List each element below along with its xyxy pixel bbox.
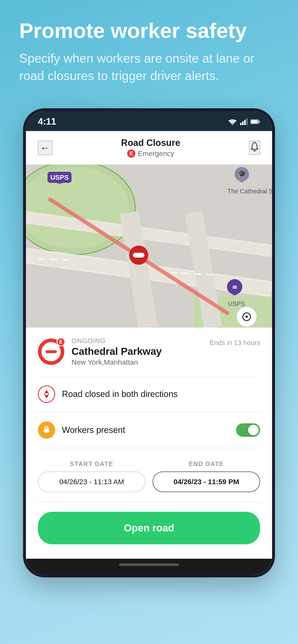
- incident-e-badge: E: [57, 338, 65, 346]
- svg-rect-4: [246, 118, 248, 125]
- map-svg: USPS 🎓 The Cathedral S ✉: [26, 164, 272, 328]
- svg-rect-39: [43, 430, 50, 432]
- direction-arrows-icon: [44, 390, 49, 398]
- direction-icon: [38, 386, 55, 403]
- incident-info: ONGOING Cathedral Parkway New York,Manha…: [72, 337, 203, 366]
- svg-text:The Cathedral S: The Cathedral S: [227, 188, 272, 195]
- start-date-label: START DATE: [70, 460, 113, 468]
- helmet-icon: [41, 425, 52, 435]
- signal-icon: [240, 118, 248, 125]
- worker-icon: [38, 422, 55, 439]
- svg-rect-7: [259, 121, 260, 123]
- workers-row: Workers present: [26, 412, 272, 448]
- toggle-knob: [248, 425, 259, 435]
- status-icons: [228, 118, 260, 125]
- arrow-up-icon: [45, 390, 49, 393]
- incident-status: ONGOING: [72, 337, 203, 345]
- svg-rect-23: [133, 253, 144, 258]
- nav-title-area: Road Closure E Emergency: [121, 138, 180, 158]
- svg-rect-1: [240, 123, 241, 125]
- end-date-button[interactable]: 04/26/23 - 11:59 PM: [153, 472, 260, 492]
- svg-text:✉: ✉: [232, 284, 237, 290]
- nav-title: Road Closure: [121, 138, 180, 148]
- status-time: 4:11: [38, 116, 56, 127]
- bell-icon: [249, 141, 260, 152]
- incident-icon: E: [38, 338, 64, 365]
- wifi-icon: [228, 118, 237, 125]
- map-area[interactable]: USPS 🎓 The Cathedral S ✉: [26, 164, 272, 328]
- end-date-label: END DATE: [189, 460, 224, 468]
- svg-point-0: [232, 124, 233, 125]
- phone-frame-wrapper: 4:11: [0, 94, 298, 578]
- svg-text:🎓: 🎓: [238, 170, 246, 178]
- dates-section: START DATE 04/26/23 - 11:13 AM END DATE …: [26, 448, 272, 502]
- workers-text: Workers present: [62, 425, 229, 435]
- page-header: Promote worker safety Specify when worke…: [0, 0, 298, 94]
- svg-point-40: [46, 427, 47, 429]
- home-bar: [119, 564, 179, 566]
- arrow-down-icon: [45, 395, 49, 398]
- content-area: E ONGOING Cathedral Parkway New York,Man…: [26, 328, 272, 574]
- page-title: Promote worker safety: [19, 19, 279, 42]
- workers-toggle[interactable]: [236, 423, 260, 437]
- svg-rect-3: [244, 120, 246, 125]
- battery-icon: [250, 119, 260, 124]
- incident-location: New York,Manhattan: [72, 358, 203, 366]
- svg-rect-6: [251, 120, 258, 123]
- back-arrow-icon: ←: [40, 142, 50, 154]
- svg-rect-2: [242, 121, 244, 125]
- incident-icon-bar: [45, 350, 57, 353]
- end-date-field: END DATE 04/26/23 - 11:59 PM: [153, 460, 260, 492]
- arrow-divider: [44, 393, 45, 395]
- svg-text:USPS: USPS: [228, 300, 245, 308]
- bell-button[interactable]: [249, 141, 260, 155]
- incident-timer: Ends in 13 hours: [210, 337, 260, 347]
- home-indicator-area: [26, 559, 272, 574]
- phone-frame: 4:11: [23, 108, 275, 578]
- arrow-divider-2: [48, 393, 49, 395]
- dates-row: START DATE 04/26/23 - 11:13 AM END DATE …: [38, 460, 260, 492]
- direction-row: Road closed in both directions: [26, 376, 272, 412]
- open-road-button[interactable]: Open road: [38, 512, 260, 544]
- svg-text:USPS: USPS: [50, 174, 69, 181]
- emergency-badge: E: [127, 150, 135, 158]
- top-nav: ← Road Closure E Emergency: [26, 131, 272, 164]
- open-road-section: Open road: [26, 502, 272, 559]
- nav-badge: E Emergency: [127, 150, 174, 158]
- direction-text: Road closed in both directions: [62, 389, 178, 399]
- svg-point-37: [245, 316, 248, 318]
- incident-card: E ONGOING Cathedral Parkway New York,Man…: [26, 328, 272, 376]
- back-button[interactable]: ←: [38, 141, 52, 155]
- status-bar: 4:11: [26, 111, 272, 131]
- incident-name: Cathedral Parkway: [72, 346, 203, 357]
- start-date-field: START DATE 04/26/23 - 11:13 AM: [38, 460, 145, 492]
- start-date-button[interactable]: 04/26/23 - 11:13 AM: [38, 472, 145, 492]
- page-subtitle: Specify when workers are onsite at lane …: [19, 50, 279, 84]
- badge-label: Emergency: [138, 150, 174, 158]
